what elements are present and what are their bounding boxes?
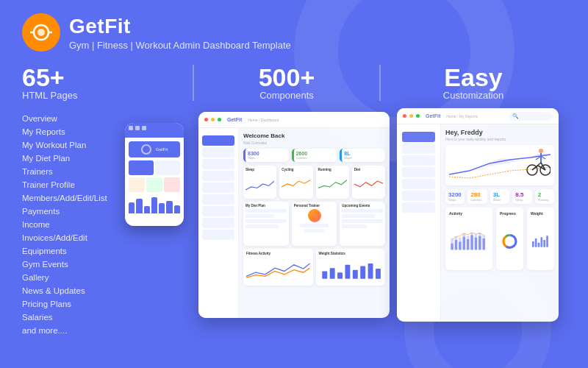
svg-line-14 (536, 156, 541, 160)
svg-rect-34 (475, 237, 478, 250)
metric-sleep: 8.5 Sleep (512, 189, 531, 204)
logo-icon (22, 13, 60, 52)
svg-rect-8 (352, 270, 357, 279)
nav-diet-plan[interactable]: My Diet Plan (22, 152, 96, 165)
svg-rect-35 (475, 234, 478, 238)
nav-gallery[interactable]: Gallery (22, 271, 96, 284)
svg-rect-11 (375, 269, 380, 279)
nav-pricing-plans[interactable]: Pricing Plans (22, 297, 96, 311)
nav-salaries[interactable]: Salaries (22, 311, 96, 324)
svg-rect-6 (337, 272, 343, 279)
svg-rect-45 (535, 238, 537, 247)
svg-rect-48 (543, 240, 545, 247)
brand-name: GetFit (69, 15, 291, 38)
nav-payments[interactable]: Payments (22, 205, 96, 218)
weight-chart: Weight (527, 208, 554, 270)
svg-rect-22 (451, 244, 453, 250)
svg-rect-46 (538, 243, 540, 247)
metric-calories: 280 Calories (467, 189, 487, 204)
nav-news-updates[interactable]: News & Updates (22, 284, 96, 297)
nav-workout-plan[interactable]: My Workout Plan (22, 138, 96, 152)
svg-rect-5 (329, 268, 334, 279)
svg-rect-27 (459, 237, 462, 241)
svg-rect-44 (532, 241, 534, 247)
svg-rect-38 (482, 238, 485, 250)
svg-rect-31 (467, 236, 470, 240)
nav-members[interactable]: Members/Add/Edit/List (22, 191, 96, 205)
stat-label-1: HTML Pages (22, 90, 178, 101)
tagline: Gym | Fitness | Workout Admin Dashboard … (69, 40, 291, 51)
svg-rect-9 (360, 266, 365, 279)
svg-rect-26 (459, 241, 462, 250)
mobile-preview: GetFit (125, 123, 191, 226)
nav-equipments[interactable]: Equipments (22, 244, 96, 258)
svg-rect-28 (462, 237, 465, 250)
metric-steps: 3200 Steps (445, 189, 465, 204)
stat-number-1: 65+ (22, 65, 178, 90)
nav-invoices[interactable]: Invoices/Add/Edit (22, 231, 96, 244)
dash-line-chart (445, 145, 554, 185)
svg-rect-24 (455, 240, 458, 250)
svg-rect-10 (368, 263, 373, 279)
metric-running: 2 Running (535, 189, 554, 204)
stat-html-pages: 65+ HTML Pages (22, 65, 194, 101)
nav-gym-events[interactable]: Gym Events (22, 258, 96, 271)
nav-trainer-profile[interactable]: Trainer Profile (22, 178, 96, 191)
dash-logo-left: GetFit (227, 117, 242, 122)
nav-overview[interactable]: Overview (22, 112, 96, 125)
dash-breadcrumb-left: Home / Dashboard (248, 118, 279, 122)
svg-rect-4 (322, 271, 327, 278)
nav-more: and more.... (22, 324, 96, 337)
nav-my-reports[interactable]: My Reports (22, 125, 96, 138)
dash-metrics-row: 3200 Steps 280 Calories 3L Water (445, 189, 554, 204)
svg-point-1 (37, 29, 45, 36)
svg-point-12 (539, 149, 543, 153)
svg-rect-36 (478, 236, 481, 250)
svg-rect-30 (467, 239, 470, 250)
sidebar-nav: Overview My Reports My Workout Plan My D… (0, 108, 118, 351)
svg-rect-32 (470, 235, 473, 250)
svg-rect-47 (541, 237, 543, 247)
dash-search[interactable]: 🔍 (509, 112, 553, 121)
svg-rect-49 (546, 236, 548, 247)
svg-rect-7 (345, 265, 350, 279)
nav-trainers[interactable]: Trainers (22, 165, 96, 178)
metric-water: 3L Water (490, 189, 509, 204)
mobile-frame: GetFit (125, 123, 184, 226)
nav-income[interactable]: Income (22, 218, 96, 231)
svg-rect-39 (482, 235, 485, 238)
